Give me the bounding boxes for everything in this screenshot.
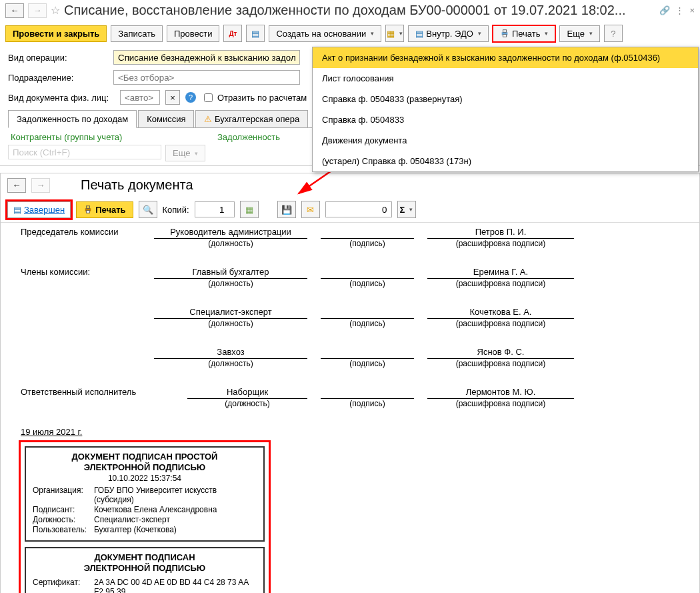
- forward-button-2[interactable]: →: [31, 178, 50, 193]
- dtkt-button[interactable]: Дт: [223, 25, 242, 42]
- more-button-2[interactable]: Еще: [165, 145, 205, 161]
- post-and-close-button[interactable]: Провести и закрыть: [5, 25, 107, 42]
- back-button-2[interactable]: ←: [7, 178, 26, 193]
- svg-rect-6: [87, 211, 90, 213]
- save-button[interactable]: Записать: [111, 25, 163, 42]
- position-value: Завхоз: [154, 347, 307, 359]
- print-button-2[interactable]: Печать: [76, 201, 133, 218]
- floppy-icon: 💾: [281, 205, 292, 215]
- print-button[interactable]: Печать: [493, 25, 556, 42]
- print-window-title: Печать документа: [81, 177, 193, 193]
- print-menu-item[interactable]: Акт о признании безнадежной к взысканию …: [313, 47, 698, 68]
- signature-stamps: ДОКУМЕНТ ПОДПИСАН ПРОСТОЙ ЭЛЕКТРОННОЙ ПО…: [21, 442, 269, 593]
- responsible-label: Ответственный исполнитель: [21, 387, 154, 408]
- name-value: Кочеткова Е. А.: [427, 307, 574, 319]
- post-button[interactable]: Провести: [167, 25, 220, 42]
- more-button[interactable]: Еще: [559, 25, 599, 42]
- print-menu: Акт о признании безнадежной к взысканию …: [312, 47, 699, 172]
- name-caption: (расшифровка подписи): [427, 239, 574, 248]
- position-value: Главный бухгалтер: [154, 267, 307, 279]
- simple-signature-stamp: ДОКУМЕНТ ПОДПИСАН ПРОСТОЙ ЭЛЕКТРОННОЙ ПО…: [25, 446, 265, 542]
- svg-rect-2: [503, 35, 506, 37]
- name-value: Еремина Г. А.: [427, 267, 574, 279]
- contractors-header: Контрагенты (группы учета): [11, 132, 217, 142]
- favorite-icon[interactable]: ☆: [51, 4, 60, 17]
- position-caption: (должность): [154, 239, 307, 248]
- print-menu-item[interactable]: Движения документа: [313, 130, 698, 151]
- help-icon[interactable]: ?: [185, 92, 196, 103]
- digital-signature-stamp: ДОКУМЕНТ ПОДПИСАН ЭЛЕКТРОННОЙ ПОДПИСЬЮ С…: [25, 547, 265, 593]
- sum-button[interactable]: Σ: [397, 201, 416, 218]
- tab-commission[interactable]: Комиссия: [138, 110, 194, 127]
- reflect-checkbox-label[interactable]: Отразить по расчетам: [201, 91, 307, 104]
- settings-button[interactable]: ▦: [240, 201, 259, 218]
- back-button[interactable]: ←: [5, 3, 24, 18]
- dept-label: Подразделение:: [8, 73, 108, 83]
- name-value: Петров П. И.: [427, 227, 574, 239]
- preview-button[interactable]: 🔍: [139, 201, 157, 218]
- reflect-checkbox[interactable]: [204, 93, 213, 102]
- number-input[interactable]: [325, 201, 392, 217]
- signature-line: [321, 227, 414, 239]
- position-value: Наборщик: [187, 387, 307, 399]
- doc-type-input[interactable]: [120, 90, 160, 105]
- document-icon: ▤: [13, 205, 21, 215]
- op-type-input[interactable]: [113, 50, 300, 65]
- grid-icon: ▦: [245, 205, 253, 215]
- forward-button[interactable]: →: [28, 3, 47, 18]
- printer-icon: [83, 205, 93, 214]
- name-value: Яснов Ф. С.: [427, 347, 574, 359]
- complete-button[interactable]: ▤ Завершен: [7, 201, 71, 218]
- signature-caption: (подпись): [321, 239, 414, 248]
- name-value: Лермонтов М. Ю.: [427, 387, 574, 399]
- print-menu-item[interactable]: Справка ф. 0504833 (развернутая): [313, 89, 698, 109]
- tab-accounting[interactable]: ⚠ Бухгалтерская опера: [195, 110, 308, 127]
- print-menu-item[interactable]: Справка ф. 0504833: [313, 109, 698, 130]
- attachments-button[interactable]: ▤: [246, 25, 265, 42]
- document-date: 19 июля 2021 г.: [21, 427, 686, 437]
- position-value: Специалист-эксперт: [154, 307, 307, 319]
- email-button[interactable]: ✉: [301, 201, 320, 218]
- search-input[interactable]: [8, 145, 161, 159]
- misc-dropdown[interactable]: ▦: [385, 25, 404, 42]
- warning-icon: ⚠: [204, 114, 212, 124]
- svg-rect-1: [503, 30, 506, 33]
- chairman-label: Председатель комиссии: [21, 227, 154, 248]
- dept-input[interactable]: [113, 70, 300, 85]
- op-type-label: Вид операции:: [8, 53, 108, 63]
- create-based-button[interactable]: Создать на основании: [269, 25, 381, 42]
- window-title: Списание, восстановление задолженности п…: [64, 3, 655, 18]
- svg-rect-5: [87, 206, 90, 209]
- clear-button[interactable]: ×: [165, 90, 180, 105]
- copies-label: Копий:: [163, 205, 189, 215]
- doc-type-label: Вид документа физ. лиц:: [8, 93, 115, 103]
- link-icon[interactable]: 🔗: [659, 5, 670, 15]
- members-label: Члены комиссии:: [21, 267, 154, 288]
- edo-button[interactable]: ▤ Внутр. ЭДО: [408, 25, 489, 42]
- copies-input[interactable]: [195, 201, 235, 217]
- position-value: Руководитель администрации: [154, 227, 307, 239]
- tab-debt[interactable]: Задолженность по доходам: [8, 110, 137, 128]
- save-file-button[interactable]: 💾: [277, 201, 296, 218]
- print-menu-item[interactable]: Лист голосования: [313, 68, 698, 89]
- printer-icon: [500, 29, 509, 38]
- more-icon[interactable]: ⋮: [675, 5, 684, 15]
- help-button[interactable]: ?: [604, 25, 623, 42]
- close-icon[interactable]: ×: [689, 5, 695, 15]
- magnifier-icon: 🔍: [143, 205, 153, 215]
- print-menu-item[interactable]: (устарел) Справка ф. 0504833 (173н): [313, 151, 698, 171]
- debt-header: Задолженность: [217, 132, 280, 142]
- envelope-icon: ✉: [307, 205, 314, 215]
